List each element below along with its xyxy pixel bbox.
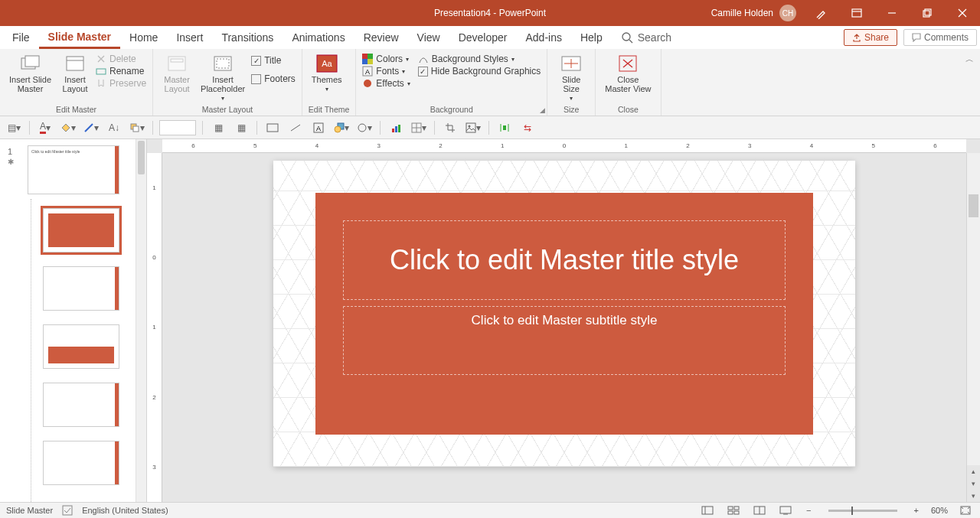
fit-to-window-button[interactable] — [957, 504, 974, 516]
arrange-button[interactable]: ▾ — [128, 119, 146, 136]
tab-file[interactable]: File — [3, 26, 39, 49]
svg-rect-55 — [734, 511, 739, 514]
sorter-view-button[interactable] — [725, 504, 742, 516]
slide[interactable]: Click to edit Master title style Click t… — [273, 161, 855, 467]
zoom-level[interactable]: 60% — [931, 506, 948, 515]
chart-button[interactable] — [387, 119, 405, 136]
footers-checkbox[interactable]: Footers — [251, 73, 296, 84]
crop-button[interactable] — [441, 119, 459, 136]
align-objects-button[interactable]: ▤▾ — [5, 119, 23, 136]
subtitle-placeholder[interactable]: Click to edit Master subtitle style — [343, 306, 786, 375]
collapse-ribbon-button[interactable]: ︿ — [965, 54, 974, 65]
title-checkbox[interactable]: ✓Title — [251, 55, 296, 66]
svg-rect-49 — [63, 506, 72, 515]
line-tool[interactable] — [286, 119, 305, 136]
title-bar: Presentation4 - PowerPoint Camille Holde… — [0, 0, 980, 26]
user-name[interactable]: Camille Holden — [711, 8, 773, 18]
insert-layout-button[interactable]: Insert Layout — [57, 52, 93, 95]
minimize-button[interactable] — [874, 0, 910, 26]
align-left-button[interactable]: ▦ — [209, 119, 227, 136]
svg-point-45 — [469, 125, 471, 127]
zoom-in-button[interactable]: + — [914, 506, 919, 515]
tab-home[interactable]: Home — [120, 26, 167, 49]
preserve-button[interactable]: Preserve — [96, 78, 146, 89]
reading-view-button[interactable] — [751, 504, 768, 516]
svg-text:A: A — [316, 125, 321, 132]
background-launcher[interactable]: ◢ — [540, 106, 545, 114]
textbox-tool[interactable]: A — [309, 119, 328, 136]
background-styles-button[interactable]: Background Styles ▾ — [418, 54, 541, 64]
zoom-out-button[interactable]: − — [806, 506, 811, 515]
picture-button[interactable]: ▾ — [464, 119, 482, 136]
rename-button[interactable]: Rename — [96, 66, 146, 77]
thumb-layout-2[interactable] — [43, 266, 119, 311]
thumb-layout-4[interactable] — [43, 383, 119, 427]
effects-button[interactable]: Effects ▾ — [362, 78, 410, 89]
slideshow-view-button[interactable] — [777, 504, 794, 516]
tab-animations[interactable]: Animations — [283, 26, 354, 49]
tab-developer[interactable]: Developer — [449, 26, 517, 49]
window-title: Presentation4 - PowerPoint — [434, 8, 546, 18]
share-button[interactable]: Share — [844, 29, 897, 46]
shape-fill-button[interactable]: ▾ — [59, 119, 77, 136]
comments-label: Comments — [924, 32, 969, 43]
thumb-layout-3[interactable] — [43, 324, 119, 369]
ribbon-display-icon[interactable] — [839, 0, 874, 26]
slide-master-icon — [20, 54, 41, 73]
next-slide-button[interactable]: ▾ — [967, 477, 980, 490]
tab-addins[interactable]: Add-ins — [516, 26, 570, 49]
shape-outline-button[interactable]: ▾ — [82, 119, 100, 136]
share-icon — [852, 33, 861, 42]
tell-me-search[interactable]: Search — [612, 26, 681, 49]
spellcheck-icon[interactable] — [62, 505, 73, 516]
fonts-button[interactable]: AFonts ▾ — [362, 66, 410, 77]
master-layout-button[interactable]: Master Layout — [159, 52, 194, 95]
shapes-button[interactable]: ▾ — [332, 119, 351, 136]
tab-review[interactable]: Review — [354, 26, 408, 49]
normal-view-button[interactable] — [699, 504, 716, 516]
thumb-scrollbar[interactable] — [136, 139, 146, 502]
status-language[interactable]: English (United States) — [82, 506, 168, 515]
maximize-button[interactable] — [910, 0, 945, 26]
comments-button[interactable]: Comments — [903, 29, 977, 46]
insert-slide-master-button[interactable]: Insert Slide Master — [6, 52, 54, 95]
thumb-layout-5[interactable] — [43, 441, 119, 485]
delete-button[interactable]: Delete — [96, 54, 146, 64]
svg-rect-31 — [267, 124, 278, 132]
hide-bg-checkbox[interactable]: ✓Hide Background Graphics — [418, 66, 541, 77]
thumb-master[interactable]: Click to edit Master title style — [28, 145, 119, 194]
tab-transitions[interactable]: Transitions — [212, 26, 283, 49]
scroll-down-button[interactable]: ▾ — [967, 490, 980, 502]
slide-size-button[interactable]: Slide Size ▾ — [554, 52, 589, 103]
draw-mode-icon[interactable] — [804, 0, 839, 26]
rectangle-tool[interactable] — [263, 119, 282, 136]
user-avatar[interactable]: CH — [779, 5, 796, 21]
toolbar-overflow[interactable]: ⇆ — [518, 119, 537, 136]
status-view: Slide Master — [6, 506, 53, 515]
close-window-button[interactable] — [945, 0, 980, 26]
oval-tool[interactable]: ▾ — [355, 119, 374, 136]
svg-rect-58 — [780, 507, 791, 513]
size-combobox[interactable] — [159, 120, 196, 135]
thumb-layout-1[interactable] — [43, 208, 119, 252]
zoom-slider[interactable] — [828, 510, 897, 512]
font-color-button[interactable]: A▾ — [36, 119, 54, 136]
quick-toolbar: ▤▾ A▾ ▾ ▾ A↓ ▾ ▦ ▦ A ▾ ▾ ▾ ▾ ⇆ — [0, 116, 980, 139]
table-button[interactable]: ▾ — [410, 119, 428, 136]
svg-point-36 — [335, 126, 341, 132]
tab-slide-master[interactable]: Slide Master — [39, 26, 120, 49]
themes-button[interactable]: Aa Themes ▾ — [309, 52, 345, 94]
insert-placeholder-button[interactable]: Insert Placeholder ▾ — [198, 52, 248, 103]
align-right-button[interactable]: ▦ — [232, 119, 250, 136]
colors-button[interactable]: Colors ▾ — [362, 54, 410, 64]
title-placeholder[interactable]: Click to edit Master title style — [343, 220, 786, 300]
tab-view[interactable]: View — [408, 26, 449, 49]
vertical-scrollbar[interactable]: ▴ ▾ ▾ — [966, 153, 980, 502]
tab-help[interactable]: Help — [571, 26, 612, 49]
group-background: Colors ▾ AFonts ▾ Effects ▾ Background S… — [356, 49, 547, 116]
close-master-view-button[interactable]: Close Master View — [602, 52, 654, 95]
tab-insert[interactable]: Insert — [167, 26, 212, 49]
distribute-button[interactable] — [495, 119, 514, 136]
prev-slide-button[interactable]: ▴ — [967, 465, 980, 477]
sort-button[interactable]: A↓ — [105, 119, 123, 136]
